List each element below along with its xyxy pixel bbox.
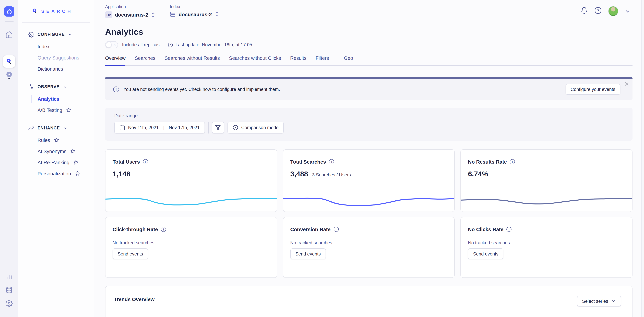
- sidebar-item-ab-testing[interactable]: A/B Testing: [31, 104, 94, 116]
- help-button[interactable]: [594, 7, 602, 16]
- info-icon[interactable]: i: [506, 227, 512, 232]
- card-total-searches: Total Searches i 3,488 3 Searches / User…: [283, 150, 455, 212]
- tab-geo[interactable]: Geo: [344, 56, 353, 65]
- analytics-tabs: Overview Searches Searches without Resul…: [105, 56, 632, 66]
- gear-icon: [6, 300, 13, 307]
- include-replicas-toggle[interactable]: ✕: [105, 41, 118, 48]
- analytics-rail-nav[interactable]: [6, 273, 13, 280]
- home-nav[interactable]: [5, 31, 13, 38]
- scrollbar[interactable]: [641, 0, 644, 317]
- date-range-label: Date range: [114, 113, 632, 118]
- sidebar-item-ai-synonyms[interactable]: AI Synonyms: [31, 146, 94, 157]
- last-update-text: Last update: November 18th, at 17:05: [176, 42, 252, 47]
- application-label: Application: [105, 4, 156, 9]
- chevron-down-icon: [68, 32, 72, 37]
- select-series-label: Select series: [582, 298, 608, 304]
- tab-searches[interactable]: Searches: [135, 56, 156, 65]
- configure-events-button[interactable]: Configure your events: [566, 84, 620, 95]
- star-icon[interactable]: [74, 160, 78, 165]
- date-range-panel: Date range Nov 11th, 2021 | Nov 17th, 20…: [105, 108, 632, 140]
- info-icon[interactable]: i: [143, 159, 148, 164]
- search-icon: [6, 58, 13, 65]
- send-events-button[interactable]: Send events: [290, 248, 326, 259]
- divider: [208, 122, 208, 134]
- sidebar-group-header-enhance[interactable]: ENHANCE: [28, 124, 94, 132]
- date-end: Nov 17th, 2021: [169, 125, 200, 130]
- sidebar-group-observe: OBSERVE Analytics A/B Testing: [28, 82, 94, 116]
- tab-filters[interactable]: Filters: [316, 56, 329, 65]
- filter-button[interactable]: [212, 122, 224, 134]
- lightbulb-icon: [5, 71, 13, 80]
- product-name: SEARCH: [41, 8, 73, 14]
- events-banner: ! You are not sending events yet. Check …: [105, 77, 632, 100]
- chevron-down-icon[interactable]: [625, 8, 630, 14]
- star-icon[interactable]: [66, 108, 71, 112]
- application-selector: Application D2 docusaurus-2: [105, 4, 156, 18]
- sidebar-item-index[interactable]: Index: [31, 41, 94, 52]
- date-range-button[interactable]: Nov 11th, 2021 | Nov 17th, 2021: [114, 122, 205, 134]
- close-icon[interactable]: [624, 82, 629, 86]
- stopwatch-app-icon[interactable]: [4, 6, 14, 16]
- sidebar-item-personalization[interactable]: Personalization: [31, 168, 94, 179]
- main-content: Application D2 docusaurus-2 Index docusa…: [94, 0, 644, 317]
- data-rail-nav[interactable]: [6, 286, 13, 294]
- product-logo[interactable]: SEARCH: [22, 0, 90, 23]
- info-icon[interactable]: i: [161, 227, 166, 232]
- no-results-rate-sparkline: [461, 189, 632, 209]
- tab-searches-without-results[interactable]: Searches without Results: [164, 56, 220, 65]
- star-icon[interactable]: [70, 149, 76, 154]
- activity-icon: [28, 84, 34, 90]
- info-icon[interactable]: i: [510, 159, 515, 164]
- sidebar-item-ai-re-ranking[interactable]: AI Re-Ranking: [31, 157, 94, 168]
- context-selectors: Application D2 docusaurus-2 Index docusa…: [105, 0, 632, 18]
- trend-up-icon: [28, 125, 34, 131]
- application-value[interactable]: D2 docusaurus-2: [105, 11, 156, 18]
- settings-rail-nav[interactable]: [6, 300, 13, 307]
- rail-divider: [5, 21, 14, 22]
- notifications-button[interactable]: [580, 7, 588, 16]
- clock-icon: [168, 42, 173, 48]
- group-label: OBSERVE: [38, 84, 60, 89]
- sidebar-group-header-observe[interactable]: OBSERVE: [28, 82, 94, 91]
- star-icon[interactable]: [75, 171, 80, 176]
- search-product-nav[interactable]: [3, 56, 15, 68]
- sidebar-group-enhance: ENHANCE Rules AI Synonyms AI Re-Ranking …: [28, 124, 94, 179]
- page-subheader: ✕ Include all replicas Last update: Nove…: [105, 41, 632, 48]
- tab-searches-without-clicks[interactable]: Searches without Clicks: [229, 56, 281, 65]
- send-events-button[interactable]: Send events: [112, 248, 148, 259]
- banner-message-row: ! You are not sending events yet. Check …: [113, 86, 280, 92]
- sidebar: SEARCH CONFIGURE Index Query Suggestions…: [18, 0, 94, 317]
- star-icon[interactable]: [54, 138, 59, 142]
- page-title: Analytics: [105, 27, 632, 37]
- recommend-nav[interactable]: [5, 71, 13, 80]
- sidebar-item-analytics[interactable]: Analytics: [31, 93, 94, 104]
- sidebar-item-rules[interactable]: Rules: [31, 134, 94, 146]
- select-series-button[interactable]: Select series: [577, 296, 621, 306]
- total-users-sparkline: [106, 189, 277, 209]
- up-down-icon: [151, 12, 156, 18]
- up-down-icon: [214, 12, 219, 17]
- funnel-icon: [215, 125, 221, 130]
- sidebar-group-configure: CONFIGURE Index Query Suggestions Dictio…: [28, 30, 94, 74]
- alert-icon: !: [113, 86, 119, 92]
- send-events-button[interactable]: Send events: [468, 248, 504, 259]
- total-searches-sparkline: [283, 189, 454, 209]
- bar-chart-icon: [6, 273, 13, 280]
- sidebar-item-query-suggestions[interactable]: Query Suggestions: [31, 52, 94, 63]
- database-icon: [6, 286, 13, 294]
- tab-overview[interactable]: Overview: [105, 56, 126, 65]
- info-icon[interactable]: i: [334, 227, 339, 232]
- application-badge: D2: [105, 11, 112, 18]
- header-actions: [580, 6, 630, 16]
- sidebar-group-header-configure[interactable]: CONFIGURE: [28, 30, 94, 39]
- metric-cards-grid: Total Users i 1,148 Total Searches i 3,4…: [105, 150, 632, 278]
- card-title: Conversion Rate: [290, 226, 330, 232]
- user-avatar[interactable]: [608, 6, 618, 16]
- comparison-mode-button[interactable]: Comparison mode: [227, 122, 284, 134]
- info-icon[interactable]: i: [329, 159, 334, 164]
- trends-title: Trends Overview: [114, 296, 154, 302]
- index-value[interactable]: docusaurus-2: [170, 11, 220, 17]
- card-no-results-rate: No Results Rate i 6.74%: [460, 150, 632, 212]
- sidebar-item-dictionaries[interactable]: Dictionaries: [31, 63, 94, 74]
- tab-results[interactable]: Results: [290, 56, 306, 65]
